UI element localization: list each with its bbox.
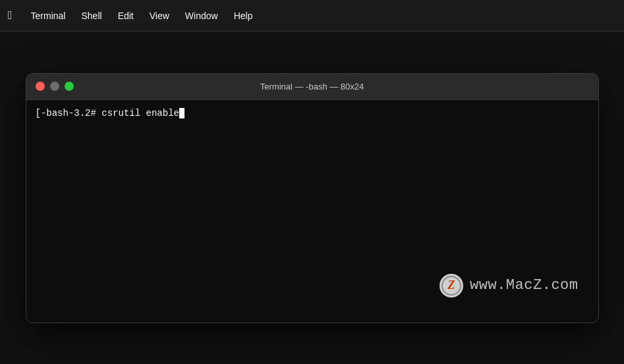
menu-item-view[interactable]: View bbox=[142, 8, 177, 24]
close-button[interactable] bbox=[36, 82, 45, 91]
watermark-z-letter: Z bbox=[448, 278, 455, 292]
menu-item-shell[interactable]: Shell bbox=[73, 8, 109, 24]
watermark: Z www.MacZ.com bbox=[440, 274, 578, 298]
watermark-logo: Z bbox=[440, 274, 463, 298]
watermark-url: www.MacZ.com bbox=[470, 277, 578, 294]
watermark-logo-inner: Z bbox=[441, 276, 461, 296]
menu-item-window[interactable]: Window bbox=[177, 8, 226, 24]
menubar:  Terminal Shell Edit View Window Help bbox=[0, 0, 624, 32]
terminal-prompt-line: [-bash-3.2# csrutil enable bbox=[36, 108, 589, 118]
maximize-button[interactable] bbox=[65, 82, 74, 91]
terminal-title: Terminal — -bash — 80x24 bbox=[260, 82, 364, 91]
minimize-button[interactable] bbox=[50, 82, 59, 91]
menu-item-edit[interactable]: Edit bbox=[110, 8, 142, 24]
menu-item-terminal[interactable]: Terminal bbox=[23, 8, 74, 24]
window-buttons bbox=[26, 82, 74, 91]
prompt-text: [-bash-3.2# csrutil enable bbox=[36, 108, 179, 118]
menu-item-help[interactable]: Help bbox=[226, 8, 261, 24]
apple-logo-icon[interactable]:  bbox=[8, 9, 13, 22]
terminal-body[interactable]: [-bash-3.2# csrutil enable Z www.MacZ.co… bbox=[26, 100, 598, 323]
main-area: Terminal — -bash — 80x24 [-bash-3.2# csr… bbox=[0, 32, 624, 364]
terminal-cursor bbox=[179, 108, 184, 118]
terminal-window: Terminal — -bash — 80x24 [-bash-3.2# csr… bbox=[26, 73, 599, 323]
terminal-titlebar: Terminal — -bash — 80x24 bbox=[26, 74, 598, 100]
